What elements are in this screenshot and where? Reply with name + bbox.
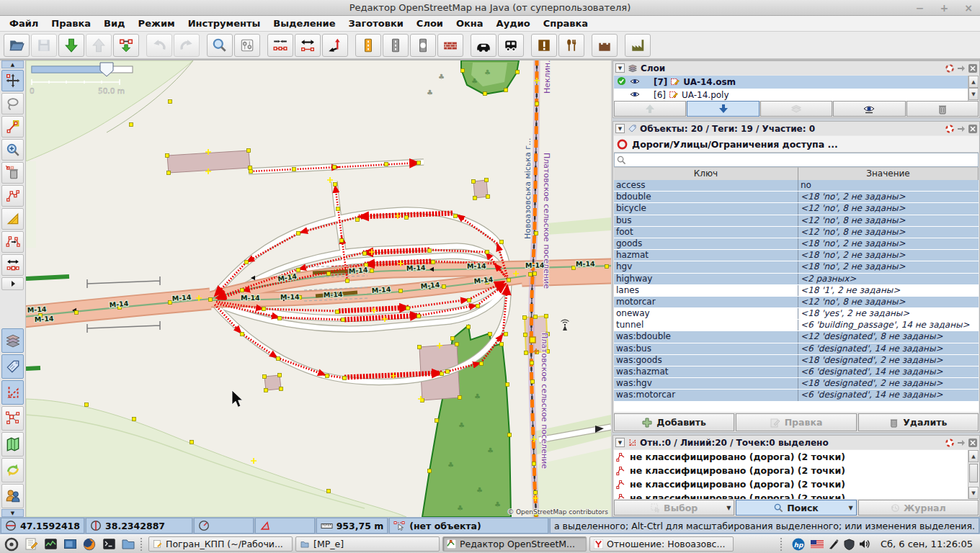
tag-row[interactable]: was:hgv <18 'designated', 2 не заданы>: [614, 378, 979, 390]
map-canvas[interactable]: ♣♣ ♣♣ ♣♣ ♣♣ ♣♣ ♣♣: [26, 60, 611, 517]
expand-tools-button[interactable]: [1, 277, 24, 290]
tag-row[interactable]: goods <18 'no', 2 не заданы>: [614, 238, 979, 250]
toggle-changeset-panel-button[interactable]: [1, 458, 24, 482]
tag-row[interactable]: was:bdouble <12 'designated', 8 не задан…: [614, 331, 979, 343]
tag-row[interactable]: was:motorcar <6 'designated', 14 не зада…: [614, 390, 979, 401]
volume-icon[interactable]: [859, 539, 871, 549]
selection-list-item[interactable]: не классифицировано (дорога) (2 точки): [614, 477, 979, 491]
eye-icon[interactable]: [630, 77, 640, 87]
keyboard-layout-flag-icon[interactable]: [811, 540, 824, 549]
help-lifebuoy-icon[interactable]: [945, 64, 954, 73]
open-button[interactable]: [4, 34, 30, 57]
menu-item[interactable]: Файл: [3, 16, 45, 31]
tag-row[interactable]: access no: [614, 180, 979, 192]
toolbar-scroll-down[interactable]: ▼: [1, 509, 24, 517]
unglue-tool-button[interactable]: [1, 185, 24, 207]
tag-row[interactable]: highway <2 разных>: [614, 274, 979, 285]
restaurant-button[interactable]: [558, 34, 584, 57]
selection-search-button[interactable]: Поиск▼: [736, 500, 856, 516]
layer-delete-button[interactable]: [906, 101, 979, 117]
files-launcher[interactable]: [120, 536, 137, 552]
selection-collapse-button[interactable]: ▼: [615, 438, 625, 447]
selection-history-button[interactable]: Журнал: [858, 500, 979, 516]
delete-tag-button[interactable]: Удалить: [858, 413, 979, 431]
minimize-button[interactable]: −: [916, 3, 925, 13]
tag-row[interactable]: foot <12 'no', 8 не заданы>: [614, 227, 979, 238]
menu-item[interactable]: Окна: [450, 16, 490, 31]
follow-line-tool-button[interactable]: [1, 231, 24, 253]
tag-row[interactable]: oneway <18 'yes', 2 не заданы>: [614, 308, 979, 320]
upload-button[interactable]: [86, 34, 112, 57]
taskbar-window-button[interactable]: Редактор OpenStreetM...: [442, 536, 587, 552]
download-button[interactable]: [58, 34, 84, 57]
menu-item[interactable]: Слои: [410, 16, 450, 31]
reverse-way-button[interactable]: [322, 34, 348, 57]
delete-tool-button[interactable]: [1, 162, 24, 184]
car-button[interactable]: [471, 34, 496, 57]
edit-tag-button[interactable]: Правка: [736, 413, 856, 431]
maximize-button[interactable]: +: [940, 3, 949, 13]
wall-button[interactable]: [437, 34, 463, 57]
system-monitor-launcher[interactable]: [42, 536, 59, 552]
tag-row[interactable]: hazmat <18 'no', 2 не заданы>: [614, 250, 979, 261]
tag-row[interactable]: was:bus <6 'designated', 14 не заданы>: [614, 343, 979, 355]
selection-list-item[interactable]: не классифицировано (дорога) (2 точки): [614, 491, 979, 499]
merge-nodes-button[interactable]: [267, 34, 293, 57]
help-lifebuoy-icon[interactable]: [945, 439, 954, 447]
toolbar-scroll-up[interactable]: ▲: [1, 60, 24, 68]
layer-merge-button[interactable]: [760, 101, 832, 117]
menu-item[interactable]: Аудио: [490, 16, 537, 31]
layer-move-down-button[interactable]: [687, 101, 759, 117]
save-button[interactable]: [31, 34, 57, 57]
undo-button[interactable]: [146, 34, 172, 57]
tag-row[interactable]: motorcar <12 'no', 8 не заданы>: [614, 297, 979, 308]
taskbar-window-button[interactable]: [MP_e]: [295, 536, 440, 552]
toggle-relations-panel-button[interactable]: [1, 406, 24, 431]
shield-icon[interactable]: [844, 539, 855, 550]
toggle-layers-panel-button[interactable]: [1, 328, 24, 353]
menu-item[interactable]: Выделение: [267, 16, 342, 31]
tag-row[interactable]: tunnel <6 'building_passage', 14 не зада…: [614, 320, 979, 331]
select-tool-button[interactable]: [1, 70, 24, 91]
redo-button[interactable]: [174, 34, 200, 57]
tag-row[interactable]: lanes <18 '1', 2 не заданы>: [614, 285, 979, 297]
menu-item[interactable]: Заготовки: [342, 16, 409, 31]
search-button[interactable]: [207, 34, 233, 57]
layer-row[interactable]: [6] UA-14.poly: [614, 89, 979, 102]
selection-list-item[interactable]: не классифицировано (дорога) (2 точки): [614, 450, 979, 464]
close-panel-icon[interactable]: [968, 64, 977, 73]
terminal-launcher[interactable]: [100, 536, 117, 552]
layers-collapse-button[interactable]: ▼: [615, 63, 625, 73]
close-panel-icon[interactable]: [968, 439, 977, 447]
add-tag-button[interactable]: Добавить: [614, 413, 734, 431]
close-panel-icon[interactable]: [968, 125, 977, 133]
tag-row[interactable]: was:hazmat <6 'designated', 14 не заданы…: [614, 367, 979, 378]
layer-move-up-button[interactable]: [614, 101, 686, 117]
tag-row[interactable]: bdouble <18 'no', 2 не заданы>: [614, 192, 979, 203]
menu-button[interactable]: [3, 536, 20, 552]
roundabout-button[interactable]: [410, 34, 436, 57]
menu-item[interactable]: Справка: [537, 16, 594, 31]
hp-icon[interactable]: hp: [790, 537, 806, 552]
close-button[interactable]: ×: [964, 3, 973, 13]
pen-icon[interactable]: [828, 539, 839, 550]
bus-button[interactable]: [498, 34, 524, 57]
draw-node-tool-button[interactable]: [1, 116, 24, 138]
extrude-button[interactable]: [295, 34, 321, 57]
toggle-selection-panel-button[interactable]: [1, 380, 24, 405]
works-button[interactable]: [625, 34, 651, 57]
selection-select-button[interactable]: Выбор▼: [614, 500, 734, 516]
selection-list-item[interactable]: не классифицировано (дорога) (2 точки): [614, 464, 979, 477]
tag-row[interactable]: bicycle <12 'no', 8 не заданы>: [614, 203, 979, 215]
text-editor-launcher[interactable]: [22, 536, 40, 552]
road-residential-button[interactable]: [383, 34, 409, 57]
preferences-button[interactable]: [234, 34, 260, 57]
layer-row[interactable]: [7] UA-14.osm: [614, 76, 979, 89]
pin-icon[interactable]: [957, 64, 966, 73]
zoom-tool-button[interactable]: [1, 139, 24, 161]
taskbar-window-button[interactable]: Отношение: Новоазовс...: [589, 536, 734, 552]
tag-search-input[interactable]: [614, 153, 979, 167]
help-lifebuoy-icon[interactable]: [945, 125, 954, 133]
menu-item[interactable]: Инструменты: [182, 16, 267, 31]
pin-icon[interactable]: [957, 439, 966, 447]
